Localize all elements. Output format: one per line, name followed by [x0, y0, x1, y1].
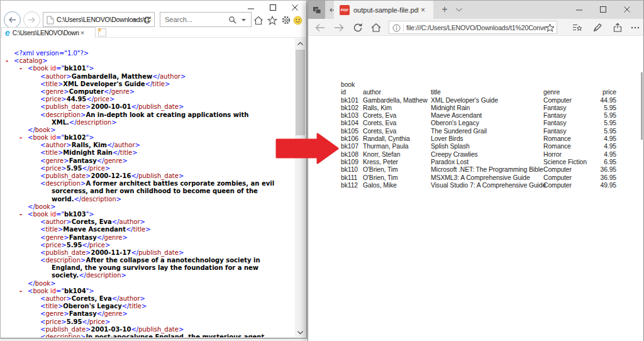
- forward-arrow-icon: [27, 15, 36, 25]
- ie-minimize-button[interactable]: [242, 2, 260, 13]
- table-cell: 6.95: [597, 159, 616, 166]
- ie-content-area: <?xml version="1.0"?>-<catalog>-<book id…: [1, 38, 295, 337]
- table-cell: 49.95: [597, 182, 616, 189]
- table-cell: MSXML3: A Comprehensive Guide: [431, 174, 543, 182]
- edge-back-button[interactable]: [313, 21, 326, 34]
- table-cell: Ralls, Kim: [363, 104, 431, 112]
- table-cell: Computer: [543, 174, 597, 182]
- tab-preview-button[interactable]: [308, 1, 325, 19]
- add-favorite-star-icon[interactable]: [545, 23, 555, 33]
- ie-search-box[interactable]: [160, 12, 252, 27]
- table-row: bk101Gambardella, MatthewXML Developer's…: [341, 97, 616, 104]
- xml-line: England, the young survivors lay the fou…: [1, 264, 295, 272]
- new-tab-button[interactable]: +: [438, 3, 452, 16]
- table-row: bk112Galos, MikeVisual Studio 7: A Compr…: [341, 182, 616, 189]
- table-cell: Paradox Lost: [431, 159, 543, 166]
- edge-forward-button[interactable]: [332, 21, 345, 34]
- scroll-thumb[interactable]: [296, 50, 305, 135]
- table-row: bk110O'Brien, TimMicrosoft .NET: The Pro…: [341, 166, 616, 174]
- edge-refresh-button[interactable]: [351, 21, 364, 34]
- search-icon[interactable]: [228, 16, 237, 25]
- table-cell: Midnight Rain: [431, 104, 543, 112]
- collapse-marker[interactable]: -: [19, 134, 22, 142]
- edge-home-button[interactable]: [369, 21, 382, 34]
- table-cell: Oberon's Legacy: [431, 120, 543, 127]
- ie-back-button[interactable]: [4, 11, 21, 28]
- ie-settings-button[interactable]: [280, 14, 292, 26]
- edge-maximize-button[interactable]: [591, 1, 615, 18]
- xml-line: -<book id="bk101">: [1, 65, 295, 72]
- table-cell: O'Brien, Tim: [363, 174, 431, 182]
- table-cell: Horror: [543, 151, 597, 159]
- scroll-down-button[interactable]: [295, 327, 306, 337]
- edge-annotate-button[interactable]: [591, 21, 604, 34]
- xml-line: <publish_date>2000-12-16</publish_date>: [1, 172, 295, 180]
- ie-feedback-button[interactable]: [292, 14, 303, 26]
- xml-line: -<book id="bk102">: [1, 134, 295, 142]
- table-cell: Fantasy: [543, 112, 597, 120]
- pdf-table: book id author title genre price bk101Ga…: [341, 81, 616, 189]
- table-row: bk103Corets, EvaMaeve AscendantFantasy5.…: [341, 112, 616, 120]
- chevron-up-icon: [297, 42, 304, 46]
- table-cell: bk102: [341, 104, 363, 112]
- xml-line: <genre>Computer</genre>: [1, 88, 295, 96]
- table-cell: bk101: [341, 97, 363, 104]
- edge-hub-button[interactable]: [571, 21, 584, 34]
- table-cell: XML Developer's Guide: [431, 97, 543, 104]
- table-cell: 44.95: [597, 97, 616, 104]
- edge-window: PDF output-sample-file.pdf × +: [308, 0, 644, 341]
- edge-tab-title: output-sample-file.pdf: [353, 6, 419, 14]
- table-cell: 4.95: [597, 151, 616, 159]
- table-cell: Randall, Cynthia: [363, 135, 431, 143]
- tab-close-icon[interactable]: ×: [421, 6, 425, 14]
- xml-line: <price>5.95</price>: [1, 318, 295, 326]
- table-cell: Fantasy: [543, 120, 597, 127]
- edge-close-button[interactable]: [615, 1, 639, 18]
- home-icon: [253, 16, 264, 25]
- edge-share-button[interactable]: [611, 21, 624, 34]
- xml-line: <description>A former architect battles …: [1, 180, 295, 187]
- ie-forward-button[interactable]: [23, 11, 40, 28]
- ie-maximize-button[interactable]: [264, 2, 282, 13]
- ie-close-button[interactable]: [286, 2, 304, 13]
- ie-new-tab-button[interactable]: [98, 28, 106, 36]
- collapse-marker[interactable]: -: [19, 211, 22, 218]
- xml-line: <publish_date>2000-10-01</publish_date>: [1, 103, 295, 111]
- collapse-marker[interactable]: -: [19, 288, 22, 295]
- chevron-down-icon[interactable]: [241, 18, 247, 22]
- ie-window: e C:\Users\LENOVO\Downlo... × <?xml vers…: [0, 0, 307, 338]
- edge-tab[interactable]: PDF output-sample-file.pdf ×: [334, 1, 433, 19]
- chevron-down-icon: [297, 330, 304, 335]
- info-icon[interactable]: [392, 24, 401, 32]
- ie-favorites-button[interactable]: [267, 14, 278, 26]
- ie-home-button[interactable]: [253, 14, 264, 26]
- edge-more-button[interactable]: [629, 21, 641, 34]
- collapse-marker[interactable]: -: [6, 57, 8, 65]
- ie-address-bar[interactable]: [43, 12, 155, 27]
- edge-address-bar[interactable]: [389, 21, 557, 34]
- edge-scrollbar-thumb[interactable]: [641, 72, 643, 140]
- refresh-icon[interactable]: [142, 15, 152, 25]
- xml-line: <description>After the collapse of a nan…: [1, 257, 295, 264]
- scroll-up-button[interactable]: [295, 38, 306, 48]
- table-cell: Romance: [543, 143, 597, 150]
- edge-minimize-button[interactable]: [567, 1, 591, 18]
- table-cell: 4.95: [597, 143, 616, 150]
- chevron-down-icon[interactable]: [132, 18, 138, 22]
- close-icon: [291, 4, 299, 11]
- table-cell: bk108: [341, 151, 363, 159]
- ie-tab[interactable]: e C:\Users\LENOVO\Downlo... ×: [1, 27, 96, 38]
- header-author: author: [363, 89, 431, 96]
- table-cell: 5.95: [597, 120, 616, 127]
- pdf-icon: PDF: [340, 5, 350, 15]
- xml-line: </book>: [1, 126, 295, 134]
- tab-list-chevron-icon[interactable]: [455, 8, 463, 12]
- edge-url-input[interactable]: [406, 22, 546, 33]
- red-arrow-annotation: [274, 133, 340, 164]
- ie-search-input[interactable]: [165, 14, 225, 25]
- ie-scrollbar[interactable]: [295, 38, 306, 337]
- ie-address-input[interactable]: [57, 13, 152, 26]
- table-cell: bk109: [341, 159, 363, 166]
- collapse-marker[interactable]: -: [19, 65, 22, 72]
- tab-close-icon[interactable]: ×: [80, 29, 84, 36]
